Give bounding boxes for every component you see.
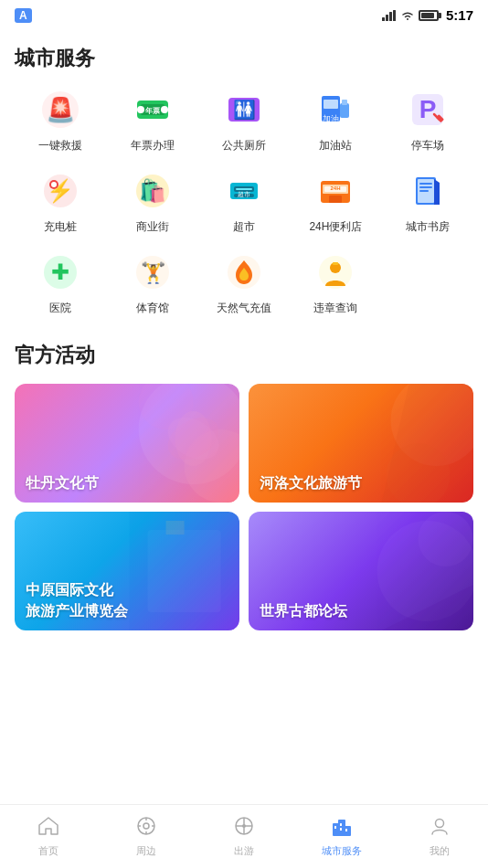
time-display: 5:17 <box>446 7 473 23</box>
svg-text:P: P <box>419 95 436 123</box>
travel-icon <box>234 816 254 842</box>
svg-rect-41 <box>419 190 429 192</box>
service-item-charging[interactable]: ⚡ 充电桩 <box>15 168 106 235</box>
service-item-restroom[interactable]: 🚻 公共厕所 <box>198 87 290 153</box>
service-label-charging: 充电桩 <box>44 219 77 235</box>
svg-rect-49 <box>333 262 338 265</box>
service-label-gas: 天然气充值 <box>217 301 271 316</box>
service-item-convenience[interactable]: 24H 24H便利店 <box>290 168 381 235</box>
service-label-gym: 体育馆 <box>136 301 169 316</box>
service-item-parking[interactable]: P 停车场 <box>382 87 473 153</box>
svg-rect-36 <box>329 196 342 203</box>
nav-item-nearby[interactable]: 周边 <box>98 816 196 858</box>
service-label-violation: 违章查询 <box>313 301 357 316</box>
service-item-annual-ticket[interactable]: 年票 年票办理 <box>106 87 197 153</box>
svg-text:✚: ✚ <box>51 259 69 284</box>
city-service-icon <box>331 816 353 842</box>
svg-point-9 <box>161 106 168 113</box>
service-item-business-street[interactable]: 🛍️ 商业街 <box>106 168 197 235</box>
service-label-gas-station: 加油站 <box>319 138 352 153</box>
nav-item-travel[interactable]: 出游 <box>196 816 293 858</box>
nav-item-city-service[interactable]: 城市服务 <box>292 816 390 858</box>
service-item-violation[interactable]: 违章查询 <box>290 249 381 316</box>
svg-rect-77 <box>340 823 342 826</box>
service-label-annual-ticket: 年票办理 <box>131 138 175 153</box>
app-icon: A <box>15 8 32 22</box>
service-item-supermarket[interactable]: 超市 超市 <box>198 168 290 235</box>
svg-point-62 <box>419 512 473 566</box>
wifi-icon <box>400 10 415 21</box>
svg-rect-16 <box>342 100 347 105</box>
svg-text:🛍️: 🛍️ <box>139 177 166 204</box>
nav-item-home[interactable]: 首页 <box>0 816 98 858</box>
svg-rect-2 <box>389 12 392 21</box>
service-item-gas[interactable]: 天然气充值 <box>198 249 290 316</box>
svg-text:超市: 超市 <box>238 191 250 197</box>
svg-point-64 <box>143 823 149 829</box>
svg-rect-15 <box>340 103 349 118</box>
svg-rect-78 <box>340 828 342 831</box>
svg-rect-1 <box>386 15 388 21</box>
service-label-emergency: 一键救援 <box>38 138 82 153</box>
svg-point-24 <box>51 182 57 187</box>
signal-icon <box>382 10 397 21</box>
nav-label-nearby: 周边 <box>136 844 156 858</box>
svg-rect-14 <box>324 100 338 109</box>
mine-icon <box>430 816 450 842</box>
service-label-library: 城市书房 <box>406 219 450 235</box>
svg-text:🚻: 🚻 <box>232 99 255 121</box>
svg-rect-3 <box>393 10 396 21</box>
service-item-emergency[interactable]: 🚨 一键救援 <box>15 87 106 153</box>
activity-card-heluo[interactable]: 河洛文化旅游节 <box>249 384 473 503</box>
activity-grid: 牡丹文化节 河洛文化旅游节 中原国际文化 旅游产业博览会 <box>15 384 473 630</box>
activity-label-heluo: 河洛文化旅游节 <box>249 464 373 503</box>
activity-label-zhongyuan: 中原国际文化 旅游产业博览会 <box>15 571 139 630</box>
main-content: 城市服务 🚨 一键救援 年票 年票办理 <box>0 26 488 794</box>
service-label-parking: 停车场 <box>411 138 444 153</box>
svg-text:🚨: 🚨 <box>46 95 76 124</box>
status-bar: A 5:17 <box>0 0 488 26</box>
svg-rect-79 <box>345 829 347 831</box>
svg-rect-40 <box>419 186 432 188</box>
nav-label-travel: 出游 <box>234 844 254 858</box>
nav-item-mine[interactable]: 我的 <box>390 816 488 858</box>
nearby-icon <box>136 816 156 842</box>
svg-text:24H: 24H <box>331 185 341 191</box>
svg-rect-76 <box>334 826 336 829</box>
service-label-hospital: 医院 <box>49 301 71 316</box>
svg-point-80 <box>435 819 443 827</box>
svg-text:🏋: 🏋 <box>140 260 165 285</box>
status-icons: 5:17 <box>382 7 473 23</box>
svg-rect-60 <box>166 521 185 535</box>
home-icon <box>37 816 59 842</box>
bottom-nav: 首页 周边 出游 <box>0 804 488 868</box>
service-label-business-street: 商业街 <box>136 219 169 235</box>
service-item-hospital[interactable]: ✚ 医院 <box>15 249 106 316</box>
svg-text:⚡: ⚡ <box>47 177 74 204</box>
svg-rect-0 <box>382 17 385 21</box>
svg-rect-39 <box>419 183 432 185</box>
nav-label-mine: 我的 <box>430 844 450 858</box>
service-label-convenience: 24H便利店 <box>309 219 362 235</box>
service-item-gas-station[interactable]: 加油 加油站 <box>290 87 381 153</box>
svg-text:年票: 年票 <box>144 107 160 115</box>
service-label-supermarket: 超市 <box>233 219 255 235</box>
activity-card-zhongyuan[interactable]: 中原国际文化 旅游产业博览会 <box>15 512 239 630</box>
svg-point-8 <box>137 106 144 113</box>
activity-card-peony[interactable]: 牡丹文化节 <box>15 384 239 503</box>
service-item-library[interactable]: 城市书房 <box>382 168 473 235</box>
official-activities-title: 官方活动 <box>15 342 473 369</box>
service-grid: 🚨 一键救援 年票 年票办理 🚻 <box>15 87 473 316</box>
service-label-restroom: 公共厕所 <box>222 138 266 153</box>
svg-rect-59 <box>148 530 221 612</box>
svg-rect-29 <box>236 188 252 190</box>
nav-label-home: 首页 <box>38 844 58 858</box>
battery-icon <box>419 10 439 21</box>
activity-label-gudou: 世界古都论坛 <box>249 592 358 630</box>
svg-text:加油: 加油 <box>323 114 339 123</box>
nav-label-city-service: 城市服务 <box>322 844 362 858</box>
service-item-gym[interactable]: 🏋 体育馆 <box>106 249 197 316</box>
city-services-title: 城市服务 <box>15 45 473 72</box>
activity-label-peony: 牡丹文化节 <box>15 464 110 503</box>
activity-card-gudou[interactable]: 世界古都论坛 <box>249 512 473 630</box>
